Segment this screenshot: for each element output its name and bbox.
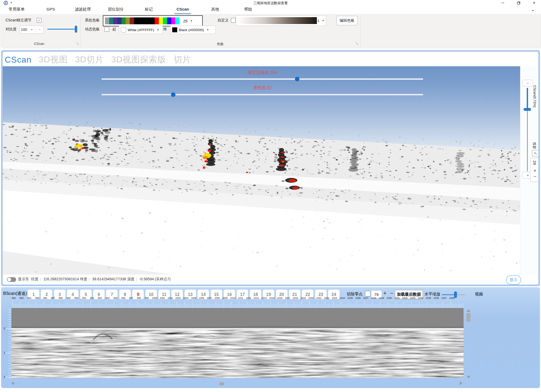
horizontal-scrollbar-thumb[interactable] — [219, 382, 224, 385]
threshold-slider-track[interactable] — [101, 78, 423, 80]
depth-slider-track-active — [527, 88, 528, 110]
bscan-radargram-image[interactable] — [11, 308, 464, 378]
custom-checkbox[interactable] — [231, 18, 236, 23]
cscan-independent-checkbox[interactable]: ✓ — [37, 18, 41, 23]
restore-button[interactable] — [513, 0, 524, 6]
vertical-scrollbar-thumb[interactable] — [466, 313, 470, 322]
slice-count-stepper: 24 + − — [530, 158, 538, 182]
trace-plus-button[interactable]: + — [383, 290, 387, 297]
ruler-number: 1027 — [362, 297, 370, 299]
menu-tab-GPS[interactable]: GPS — [47, 7, 55, 13]
cscan-independent-label: CScan独立调节 — [6, 18, 31, 23]
menu-tab-其他[interactable]: 其他 — [211, 7, 219, 13]
ruler-number: 1005 — [190, 297, 198, 299]
ruler-number: 996 — [119, 297, 127, 299]
ruler-number: 998 — [135, 297, 143, 299]
ruler-number: 1022 — [323, 297, 331, 299]
dynamic-palette-label: 动态色板 — [85, 27, 100, 32]
latitude-value: 39.61429494177338 — [92, 277, 126, 281]
application-window: ▼ 三维探地雷达数据查看 × 常用菜单GPS滤波处理层位划分标记CScan其他帮… — [0, 0, 541, 392]
depth-ruler-number: 2 — [4, 376, 5, 379]
menu-tab-CScan[interactable]: CScan — [177, 7, 189, 13]
contrast-value[interactable]: 100 — [20, 27, 28, 32]
system-palette-value: 25 — [183, 19, 188, 23]
ruler-number: 985 — [33, 297, 41, 299]
cut-zero-checkbox[interactable] — [365, 291, 371, 296]
slice-count-plus-button[interactable]: + — [531, 168, 538, 174]
ruler-number: 1035 — [424, 297, 432, 299]
check-icon: ✓ — [533, 152, 538, 155]
vertical-scroll-up-icon[interactable] — [467, 309, 470, 312]
cscan-group-launcher-icon[interactable] — [76, 42, 79, 45]
view-tab-切片[interactable]: 切片 — [174, 54, 191, 65]
contrast-slider-track[interactable] — [47, 29, 76, 30]
palette-color — [122, 17, 126, 24]
depth-slider-thumb[interactable] — [524, 108, 531, 111]
vertical-scroll-down-icon[interactable] — [467, 376, 470, 378]
threshold-slider-thumb[interactable] — [295, 77, 299, 81]
ruler-number: 993 — [96, 297, 104, 299]
end-color-combo[interactable]: Black (#000000) ▼ — [170, 26, 216, 34]
ruler-number: 1011 — [237, 297, 244, 299]
contrast-minus-button[interactable]: − — [36, 27, 43, 32]
projection-checkbox[interactable]: ✓ — [532, 150, 538, 157]
ruler-number: 984 — [25, 297, 33, 299]
palette-color — [159, 17, 163, 24]
slice-count-value[interactable]: 24 — [533, 160, 537, 165]
ruler-number: 1000 — [151, 297, 159, 299]
viewport-3d[interactable]: 体渲染阈值:156 透明度:22 — [3, 66, 520, 275]
horizontal-scroll-left-icon[interactable] — [12, 381, 14, 385]
ribbon-divider — [81, 16, 81, 47]
palette-group-launcher-icon[interactable] — [355, 42, 359, 45]
show-button[interactable]: 显示 — [506, 275, 521, 285]
slice-count-minus-button[interactable]: − — [531, 174, 538, 180]
custom-gradient-combo[interactable]: 1 ▼ — [236, 15, 326, 26]
ribbon: CScan独立调节 ✓ 对比度 100 + − CScan 系统色板 25 ▼ … — [1, 14, 541, 48]
ruler-number: 1016 — [276, 297, 284, 299]
close-button[interactable]: × — [528, 0, 540, 6]
palette-color — [130, 17, 134, 24]
end-color-swatch — [172, 27, 177, 32]
contrast-slider-thumb[interactable] — [75, 26, 77, 33]
opacity-slider-track[interactable] — [101, 94, 423, 95]
window-title: 三维探地雷达数据查看 — [0, 1, 541, 6]
edit-palette-button[interactable]: 编辑色板 — [336, 16, 358, 25]
show-car-toggle[interactable] — [7, 277, 16, 282]
chevron-down-icon: ▼ — [322, 19, 324, 22]
dynamic-palette-checkbox[interactable] — [104, 27, 109, 32]
system-palette-combo[interactable]: 25 ▼ — [103, 15, 203, 26]
view-tab-3D切片[interactable]: 3D切片 — [75, 54, 104, 65]
slice-depth-label: CScan(0.72m) — [533, 85, 537, 107]
trace-minus-button[interactable]: − — [390, 290, 394, 297]
minimize-button[interactable] — [497, 0, 509, 6]
hzoom-slider-track[interactable] — [442, 294, 456, 295]
restore-icon — [517, 1, 520, 5]
start-color-combo[interactable]: White (#FFFFFF) ▼ — [119, 26, 163, 34]
view-tab-3D视图[interactable]: 3D视图 — [39, 54, 68, 65]
ruler-number: 1024 — [338, 297, 346, 299]
menu-tab-常用菜单[interactable]: 常用菜单 — [9, 7, 25, 13]
menu-tab-标记[interactable]: 标记 — [145, 7, 153, 13]
contrast-plus-button[interactable]: + — [28, 27, 36, 32]
menu-tab-帮助[interactable]: 帮助 — [244, 7, 252, 13]
palette-color — [134, 17, 155, 24]
menu-tab-滤波处理[interactable]: 滤波处理 — [75, 7, 91, 13]
hzoom-slider-track[interactable] — [456, 294, 465, 295]
view-tab-CScan[interactable]: CScan — [5, 55, 31, 65]
bscan-channel-label: BScan(通道) — [3, 291, 27, 296]
ruler-number: 982 — [10, 297, 18, 299]
menu-overflow-chevron-icon[interactable]: ⌄ — [531, 7, 535, 12]
palette-color — [163, 17, 167, 24]
menu-tab-层位划分[interactable]: 层位划分 — [108, 7, 124, 13]
ruler-number: 999 — [143, 297, 151, 299]
ruler-number: 1033 — [409, 297, 417, 299]
opacity-slider-label: 透明度:22 — [101, 85, 423, 91]
horizontal-scroll-right-icon[interactable] — [460, 381, 462, 385]
start-label: 起 — [112, 27, 116, 32]
view-tab-3D视图探索版[interactable]: 3D视图探索版 — [111, 54, 166, 65]
ruler-number: 1010 — [229, 297, 237, 299]
ruler-number: 983 — [18, 297, 26, 299]
depth-slider-minus-button[interactable]: − — [522, 80, 533, 86]
view-panel: CScan3D视图3D切片3D视图探索版切片 体渲染阈值:156 透明度:22 … — [1, 50, 540, 286]
view-content: CScan3D视图3D切片3D视图探索版切片 体渲染阈值:156 透明度:22 … — [3, 52, 538, 285]
